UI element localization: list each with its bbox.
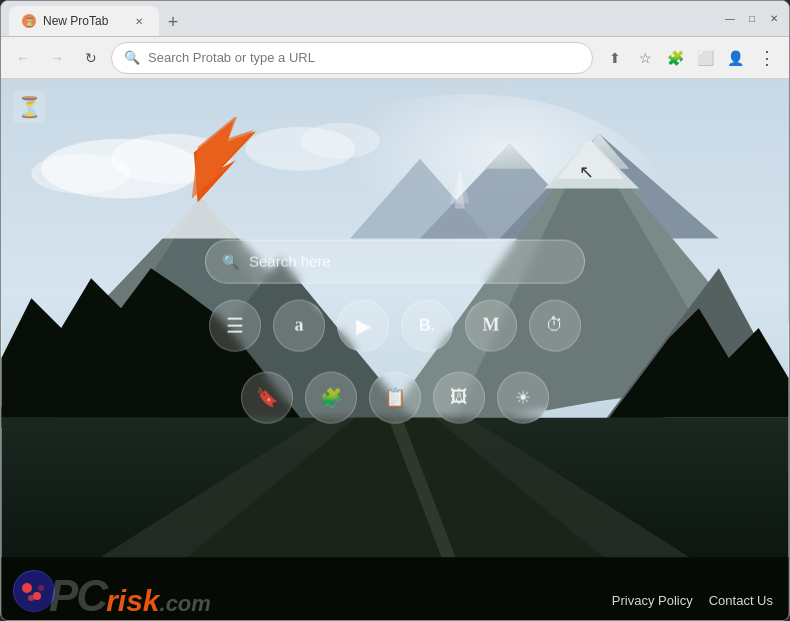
search-bar-icon: 🔍 (222, 253, 239, 269)
active-tab[interactable]: ⏳ New ProTab ✕ (9, 6, 159, 36)
bookmark-star-icon[interactable]: ☆ (633, 46, 657, 70)
profile-icon[interactable]: 👤 (723, 46, 747, 70)
quick-icon-video[interactable]: ▶ (337, 299, 389, 351)
tab-close-button[interactable]: ✕ (131, 13, 147, 29)
quick-icons-row2: 🔖 🧩 📋 🖼 ☀ (241, 371, 549, 423)
tab-strip: ⏳ New ProTab ✕ + (9, 1, 711, 36)
nav-bar: ← → ↻ 🔍 Search Protab or type a URL ⬆ ☆ … (1, 37, 789, 79)
svg-point-6 (31, 154, 131, 194)
quick-icon-extensions[interactable]: 🧩 (305, 371, 357, 423)
search-icon: 🔍 (124, 50, 140, 65)
quick-icon-weather[interactable]: ☀ (497, 371, 549, 423)
search-overlay: 🔍 Search here ☰ a ▶ B. M ⏱ 🔖 🧩 📋 🖼 ☀ (205, 239, 585, 423)
footer-links: Privacy Policy Contact Us (612, 593, 773, 608)
hourglass-favicon: ⏳ (13, 91, 45, 123)
extensions-icon[interactable]: 🧩 (663, 46, 687, 70)
quick-icon-menu[interactable]: ☰ (209, 299, 261, 351)
svg-point-8 (300, 123, 380, 159)
quick-icon-clipboard[interactable]: 📋 (369, 371, 421, 423)
refresh-button[interactable]: ↻ (77, 44, 105, 72)
tab-favicon: ⏳ (21, 13, 37, 29)
maximize-button[interactable]: □ (745, 12, 759, 26)
window-controls: — □ ✕ (723, 12, 781, 26)
share-icon[interactable]: ⬆ (603, 46, 627, 70)
bottom-bar: PC risk .com Privacy Policy Contact Us (1, 580, 789, 620)
quick-icons-row1: ☰ a ▶ B. M ⏱ (209, 299, 581, 351)
forward-button[interactable]: → (43, 44, 71, 72)
quick-icon-booking[interactable]: B. (401, 299, 453, 351)
logo-risk-text: risk (106, 586, 159, 616)
address-placeholder: Search Protab or type a URL (148, 50, 580, 65)
quick-icon-gmail[interactable]: M (465, 299, 517, 351)
browser-window: ⏳ New ProTab ✕ + — □ ✕ ← → ↻ 🔍 Search Pr… (0, 0, 790, 621)
close-button[interactable]: ✕ (767, 12, 781, 26)
quick-icon-amazon[interactable]: a (273, 299, 325, 351)
contact-us-link[interactable]: Contact Us (709, 593, 773, 608)
quick-icon-image[interactable]: 🖼 (433, 371, 485, 423)
new-tab-button[interactable]: + (159, 8, 187, 36)
quick-icon-history[interactable]: ⏱ (529, 299, 581, 351)
back-button[interactable]: ← (9, 44, 37, 72)
split-view-icon[interactable]: ⬜ (693, 46, 717, 70)
pcr-logo-text: PC risk .com (49, 574, 211, 618)
tab-title: New ProTab (43, 14, 108, 28)
address-bar[interactable]: 🔍 Search Protab or type a URL (111, 42, 593, 74)
logo-pc-text: PC (49, 574, 106, 618)
address-bar-icons: ⬆ ☆ 🧩 ⬜ 👤 (603, 46, 747, 70)
quick-icon-bookmarks[interactable]: 🔖 (241, 371, 293, 423)
search-bar-placeholder: Search here (249, 253, 331, 270)
minimize-button[interactable]: — (723, 12, 737, 26)
logo-com-text: .com (160, 593, 211, 615)
browser-menu-button[interactable]: ⋮ (753, 44, 781, 72)
svg-text:⏳: ⏳ (24, 16, 36, 28)
page-content: ⏳ 🔍 Search here ☰ a ▶ B. M ⏱ (1, 79, 789, 620)
main-search-bar[interactable]: 🔍 Search here (205, 239, 585, 283)
title-bar: ⏳ New ProTab ✕ + — □ ✕ (1, 1, 789, 37)
privacy-policy-link[interactable]: Privacy Policy (612, 593, 693, 608)
